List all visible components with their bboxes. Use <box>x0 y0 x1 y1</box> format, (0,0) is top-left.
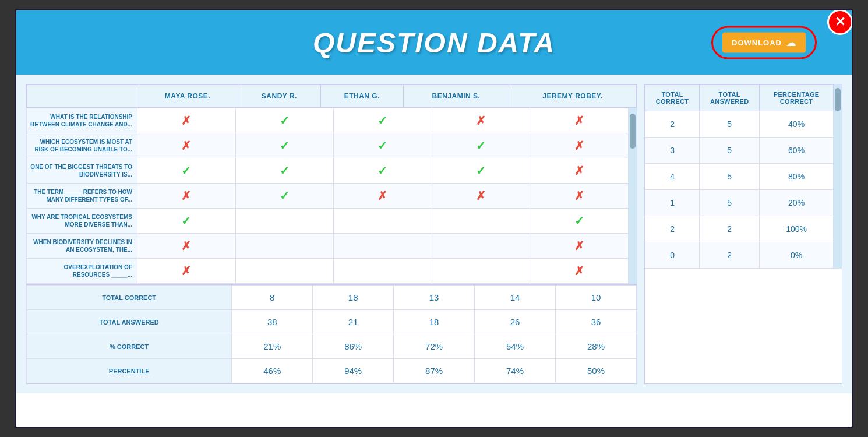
answer-cell: ✗ <box>432 184 530 209</box>
question-text: WHAT IS THE RELATIONSHIP BETWEEN CLIMATE… <box>27 108 137 133</box>
answer-cell: ✗ <box>137 184 236 209</box>
right-cell: 1 <box>645 190 700 216</box>
right-panel: TOTAL CORRECT TOTAL ANSWERED PERCENTAGE … <box>644 84 842 384</box>
checkmark-icon: ✓ <box>181 164 191 177</box>
summary-row: PERCENTILE46%94%87%74%50% <box>27 359 637 383</box>
student-header-row: MAYA ROSE. SANDY R. ETHAN G. BENJAMIN S.… <box>27 85 637 108</box>
table-row: WHY ARE TROPICAL ECOSYSTEMS MORE DIVERSE… <box>27 209 629 234</box>
download-label: DOWNLOAD <box>732 38 782 47</box>
right-cell: 5 <box>700 164 760 190</box>
answer-cell: ✓ <box>235 108 334 133</box>
right-scroll-area[interactable]: TOTAL CORRECT TOTAL ANSWERED PERCENTAGE … <box>645 84 834 269</box>
answer-cell: ✗ <box>137 133 236 158</box>
summary-value: 18 <box>394 310 475 334</box>
cross-icon: ✗ <box>574 139 584 152</box>
right-cell: 60% <box>760 138 834 164</box>
summary-value: 18 <box>313 286 394 310</box>
answer-cell: ✗ <box>334 184 432 209</box>
right-col2-header: TOTAL ANSWERED <box>700 85 760 111</box>
right-scroll-thumb <box>835 88 841 111</box>
question-text: OVEREXPLOITATION OF RESOURCES _____... <box>27 259 137 284</box>
summary-value: 26 <box>475 310 556 334</box>
scrollbar[interactable] <box>629 108 637 284</box>
summary-row: TOTAL ANSWERED3821182636 <box>27 310 637 334</box>
summary-value: 74% <box>475 359 556 383</box>
right-cell: 100% <box>760 216 834 242</box>
right-col1-header: TOTAL CORRECT <box>645 85 700 111</box>
scroll-thumb <box>630 114 636 149</box>
student-header-ethan: ETHAN G. <box>320 85 403 108</box>
cross-icon: ✗ <box>181 189 191 202</box>
summary-value: 38 <box>232 310 313 334</box>
answer-cell: ✗ <box>530 133 629 158</box>
summary-row: TOTAL CORRECT818131410 <box>27 286 637 310</box>
question-text: WHICH ECOSYSTEM IS MOST AT RISK OF BECOM… <box>27 133 137 158</box>
modal-title: QUESTION DATA <box>313 27 555 59</box>
cross-icon: ✗ <box>377 189 387 202</box>
summary-value: 87% <box>394 359 475 383</box>
cross-icon: ✗ <box>181 239 191 252</box>
answer-cell <box>334 259 432 284</box>
cross-icon: ✗ <box>181 114 191 127</box>
summary-value: 28% <box>556 334 637 359</box>
cross-icon: ✗ <box>181 139 191 152</box>
right-cell: 2 <box>700 216 760 242</box>
main-data-table: WHAT IS THE RELATIONSHIP BETWEEN CLIMATE… <box>26 108 629 284</box>
answer-cell: ✓ <box>235 184 334 209</box>
summary-value: 13 <box>394 286 475 310</box>
right-cell: 5 <box>700 138 760 164</box>
answer-cell: ✓ <box>334 158 432 184</box>
answer-cell: ✗ <box>137 108 236 133</box>
summary-value: 14 <box>475 286 556 310</box>
main-grid-scroll[interactable]: WHAT IS THE RELATIONSHIP BETWEEN CLIMATE… <box>26 108 629 284</box>
right-cell: 0% <box>760 242 834 269</box>
checkmark-icon: ✓ <box>476 164 486 177</box>
summary-value: 21 <box>313 310 394 334</box>
right-cell: 20% <box>760 190 834 216</box>
main-table-header: MAYA ROSE. SANDY R. ETHAN G. BENJAMIN S.… <box>26 84 637 108</box>
checkmark-icon: ✓ <box>574 214 584 227</box>
right-cell: 2 <box>645 216 700 242</box>
table-row: OVEREXPLOITATION OF RESOURCES _____...✗✗ <box>27 259 629 284</box>
answer-cell: ✗ <box>137 234 236 259</box>
right-cell: 0 <box>645 242 700 269</box>
right-cell: 2 <box>645 111 700 138</box>
summary-value: 21% <box>232 334 313 359</box>
cross-icon: ✗ <box>574 239 584 252</box>
close-button[interactable]: ✕ <box>827 9 853 35</box>
right-data-row: 2540% <box>645 111 834 138</box>
answer-cell: ✗ <box>432 108 530 133</box>
right-data-row: 020% <box>645 242 834 269</box>
download-icon: ☁ <box>786 37 796 48</box>
right-col3-header: PERCENTAGE CORRECT <box>760 85 834 111</box>
cross-icon: ✗ <box>574 189 584 202</box>
download-button[interactable]: DOWNLOAD ☁ <box>722 33 806 53</box>
right-data-row: 22100% <box>645 216 834 242</box>
download-highlight: DOWNLOAD ☁ <box>711 26 817 59</box>
summary-table: TOTAL CORRECT818131410TOTAL ANSWERED3821… <box>26 285 637 383</box>
student-header-sandy: SANDY R. <box>238 85 321 108</box>
summary-value: 94% <box>313 359 394 383</box>
right-table-scroll-wrapper: TOTAL CORRECT TOTAL ANSWERED PERCENTAGE … <box>645 84 842 269</box>
cross-icon: ✗ <box>476 114 486 127</box>
question-text: ONE OF THE BIGGEST THREATS TO BIODIVERSI… <box>27 158 137 184</box>
checkmark-icon: ✓ <box>377 164 387 177</box>
checkmark-icon: ✓ <box>280 189 290 202</box>
summary-label: TOTAL CORRECT <box>27 286 232 310</box>
answer-cell: ✗ <box>530 184 629 209</box>
summary-value: 46% <box>232 359 313 383</box>
right-scrollbar[interactable] <box>834 84 842 269</box>
answer-cell: ✓ <box>137 158 236 184</box>
summary-value: 50% <box>556 359 637 383</box>
cross-icon: ✗ <box>574 114 584 127</box>
summary-value: 36 <box>556 310 637 334</box>
student-header-benjamin: BENJAMIN S. <box>403 85 509 108</box>
right-data-row: 3560% <box>645 138 834 164</box>
checkmark-icon: ✓ <box>280 164 290 177</box>
checkmark-icon: ✓ <box>377 114 387 127</box>
student-header-maya: MAYA ROSE. <box>137 85 238 108</box>
answer-cell <box>235 234 334 259</box>
summary-label: % CORRECT <box>27 334 232 359</box>
checkmark-icon: ✓ <box>280 139 290 152</box>
summary-row: % CORRECT21%86%72%54%28% <box>27 334 637 359</box>
